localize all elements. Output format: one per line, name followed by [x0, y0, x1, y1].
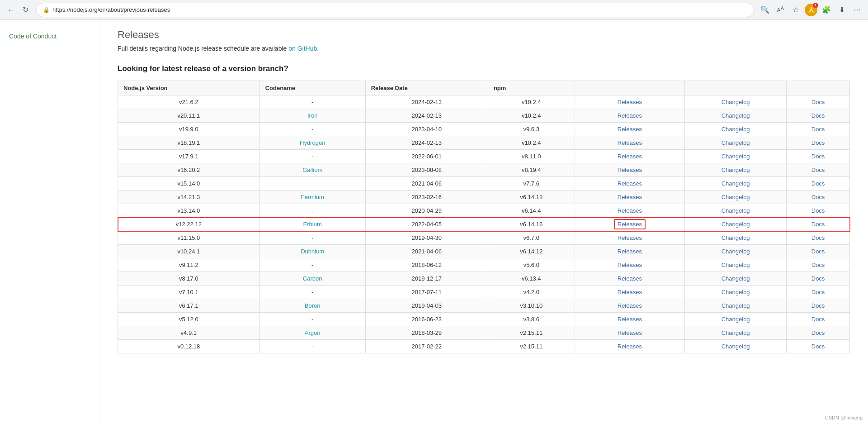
cell-changelog[interactable]: Changelog [685, 286, 787, 299]
releases-link[interactable]: Releases [618, 167, 642, 173]
docs-link[interactable]: Docs [811, 275, 825, 282]
cell-releases[interactable]: Releases [575, 177, 685, 191]
changelog-link[interactable]: Changelog [722, 194, 750, 200]
cell-changelog[interactable]: Changelog [685, 109, 787, 123]
cell-changelog[interactable]: Changelog [685, 340, 787, 353]
cell-releases[interactable]: Releases [575, 340, 685, 353]
codename-link[interactable]: Gallium [302, 167, 322, 173]
changelog-link[interactable]: Changelog [722, 248, 750, 255]
cell-releases[interactable]: Releases [575, 136, 685, 150]
cell-docs[interactable]: Docs [787, 286, 850, 299]
cell-docs[interactable]: Docs [787, 326, 850, 340]
cell-changelog[interactable]: Changelog [685, 231, 787, 245]
codename-link[interactable]: Dubnium [301, 248, 324, 255]
changelog-link[interactable]: Changelog [722, 289, 750, 295]
docs-link[interactable]: Docs [811, 180, 825, 187]
releases-link[interactable]: Releases [618, 153, 642, 160]
docs-link[interactable]: Docs [811, 153, 825, 160]
cell-releases[interactable]: Releases [575, 245, 685, 258]
cell-docs[interactable]: Docs [787, 245, 850, 258]
codename-link[interactable]: Argon [305, 329, 321, 336]
docs-link[interactable]: Docs [811, 302, 825, 309]
changelog-link[interactable]: Changelog [722, 275, 750, 282]
releases-link[interactable]: Releases [618, 99, 642, 105]
cell-releases[interactable]: Releases [575, 272, 685, 286]
changelog-link[interactable]: Changelog [722, 316, 750, 323]
cell-changelog[interactable]: Changelog [685, 204, 787, 218]
cell-releases[interactable]: Releases [575, 231, 685, 245]
cell-releases[interactable]: Releases [575, 286, 685, 299]
cell-releases[interactable]: Releases [575, 299, 685, 313]
codename-link[interactable]: Hydrogen [300, 139, 325, 146]
download-button[interactable]: ⬇ [835, 4, 848, 16]
changelog-link[interactable]: Changelog [722, 153, 750, 160]
releases-link[interactable]: Releases [618, 302, 642, 309]
cell-docs[interactable]: Docs [787, 95, 850, 109]
cell-changelog[interactable]: Changelog [685, 136, 787, 150]
releases-link[interactable]: Releases [618, 343, 642, 350]
github-link[interactable]: on GitHub [288, 45, 317, 52]
releases-link[interactable]: Releases [618, 126, 642, 133]
docs-link[interactable]: Docs [811, 234, 825, 241]
cell-docs[interactable]: Docs [787, 109, 850, 123]
changelog-link[interactable]: Changelog [722, 234, 750, 241]
cell-docs[interactable]: Docs [787, 204, 850, 218]
cell-docs[interactable]: Docs [787, 258, 850, 272]
changelog-link[interactable]: Changelog [722, 167, 750, 173]
cell-releases[interactable]: Releases [575, 109, 685, 123]
changelog-link[interactable]: Changelog [722, 126, 750, 133]
back-button[interactable]: ← [5, 4, 17, 16]
cell-releases[interactable]: Releases [575, 258, 685, 272]
cell-changelog[interactable]: Changelog [685, 313, 787, 326]
reader-mode-button[interactable]: AA [774, 4, 787, 16]
docs-link[interactable]: Docs [811, 221, 825, 228]
changelog-link[interactable]: Changelog [722, 112, 750, 119]
cell-changelog[interactable]: Changelog [685, 218, 787, 231]
releases-link[interactable]: Releases [618, 139, 642, 146]
docs-link[interactable]: Docs [811, 139, 825, 146]
docs-link[interactable]: Docs [811, 167, 825, 173]
releases-link[interactable]: Releases [614, 219, 646, 229]
codename-link[interactable]: Iron [307, 112, 317, 119]
changelog-link[interactable]: Changelog [722, 329, 750, 336]
cell-changelog[interactable]: Changelog [685, 245, 787, 258]
releases-link[interactable]: Releases [618, 112, 642, 119]
releases-link[interactable]: Releases [618, 180, 642, 187]
cell-docs[interactable]: Docs [787, 123, 850, 136]
cell-docs[interactable]: Docs [787, 231, 850, 245]
cell-changelog[interactable]: Changelog [685, 163, 787, 177]
cell-docs[interactable]: Docs [787, 177, 850, 191]
docs-link[interactable]: Docs [811, 207, 825, 214]
cell-releases[interactable]: Releases [575, 204, 685, 218]
cell-changelog[interactable]: Changelog [685, 150, 787, 163]
cell-releases[interactable]: Releases [575, 123, 685, 136]
releases-link[interactable]: Releases [618, 207, 642, 214]
cell-releases[interactable]: Releases [575, 218, 685, 231]
cell-changelog[interactable]: Changelog [685, 272, 787, 286]
docs-link[interactable]: Docs [811, 329, 825, 336]
more-button[interactable]: ⋯ [851, 4, 863, 16]
search-browser-button[interactable]: 🔍 [759, 4, 771, 16]
extensions-button[interactable]: 🧩 [820, 4, 833, 16]
codename-link[interactable]: Erbium [303, 221, 322, 228]
cell-changelog[interactable]: Changelog [685, 191, 787, 204]
sidebar-item-code-of-conduct[interactable]: Code of Conduct [0, 29, 99, 43]
docs-link[interactable]: Docs [811, 126, 825, 133]
cell-docs[interactable]: Docs [787, 218, 850, 231]
changelog-link[interactable]: Changelog [722, 343, 750, 350]
releases-link[interactable]: Releases [618, 234, 642, 241]
changelog-link[interactable]: Changelog [722, 302, 750, 309]
releases-link[interactable]: Releases [618, 262, 642, 268]
cell-docs[interactable]: Docs [787, 163, 850, 177]
cell-releases[interactable]: Releases [575, 326, 685, 340]
releases-link[interactable]: Releases [618, 275, 642, 282]
cell-changelog[interactable]: Changelog [685, 123, 787, 136]
releases-link[interactable]: Releases [618, 316, 642, 323]
docs-link[interactable]: Docs [811, 99, 825, 105]
releases-link[interactable]: Releases [618, 248, 642, 255]
codename-link[interactable]: Boron [305, 302, 321, 309]
docs-link[interactable]: Docs [811, 248, 825, 255]
cell-docs[interactable]: Docs [787, 191, 850, 204]
cell-changelog[interactable]: Changelog [685, 326, 787, 340]
favorite-button[interactable]: ☆ [789, 4, 802, 16]
